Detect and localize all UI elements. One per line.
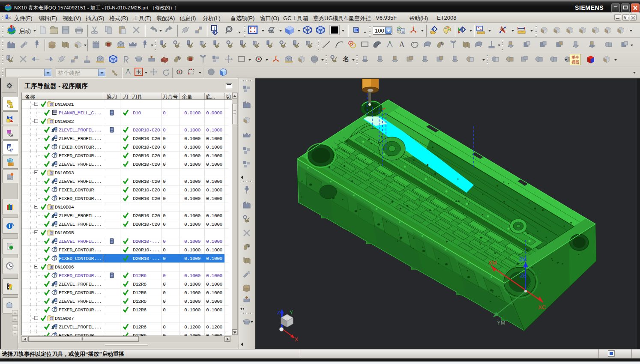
svg-text:XM: XM — [488, 260, 497, 266]
svg-text:ZM: ZM — [519, 257, 526, 263]
svg-text:XC: XC — [538, 304, 546, 310]
svg-text:X: X — [295, 337, 298, 343]
svg-text:Z: Z — [277, 310, 280, 315]
svg-text:ZB: ZB — [520, 273, 526, 279]
svg-text:i: i — [214, 26, 215, 31]
svg-text:YM: YM — [497, 319, 505, 326]
svg-text:YC: YC — [535, 269, 542, 275]
svg-text:A: A — [399, 40, 405, 49]
svg-text:Y: Y — [290, 310, 293, 316]
svg-text:i: i — [9, 224, 10, 229]
